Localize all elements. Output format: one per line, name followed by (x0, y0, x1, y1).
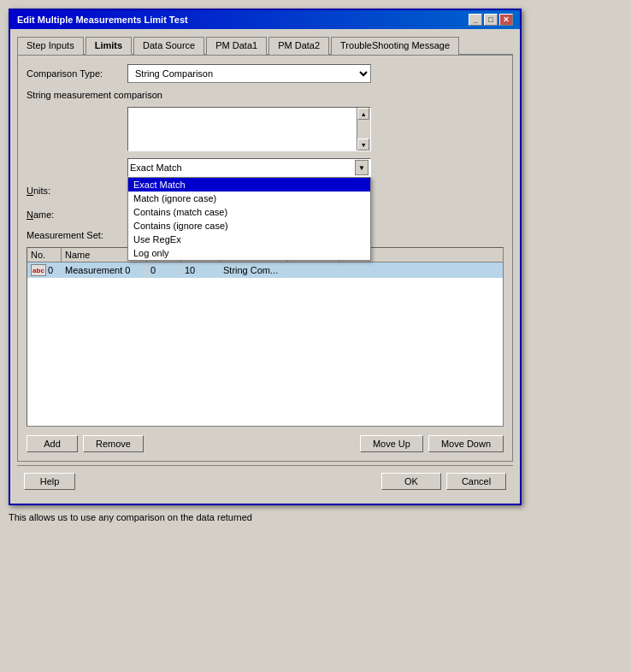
textarea-scrollbar: ▲ ▼ (357, 108, 370, 150)
cell-comparison: String Com... (220, 263, 288, 277)
textarea-wrapper: ▲ ▼ (127, 107, 371, 151)
string-measurement-row: String measurement comparison (27, 90, 504, 100)
action-buttons: Add Remove Move Up Move Down (27, 435, 504, 452)
option-contains-ignore-case[interactable]: Contains (ignore case) (128, 219, 370, 233)
measurement-set-label: Measurement Set: (27, 230, 103, 240)
tab-data-source[interactable]: Data Source (133, 37, 204, 55)
option-log-only[interactable]: Log only (128, 246, 370, 260)
ok-cancel-buttons: OK Cancel (381, 473, 506, 490)
tab-pm-data1[interactable]: PM Data1 (206, 37, 267, 55)
comparison-type-select[interactable]: String Comparison (127, 64, 371, 83)
maximize-button[interactable]: □ (484, 14, 498, 26)
main-window: Edit Multiple Measurements Limit Test _ … (9, 9, 522, 505)
remove-button[interactable]: Remove (83, 435, 144, 452)
cell-name: Measurement 0 (62, 263, 147, 277)
title-bar-buttons: _ □ ✕ (469, 14, 513, 26)
match-select-display[interactable]: Exact Match ▼ (127, 158, 371, 177)
window-title: Edit Multiple Measurements Limit Test (17, 15, 188, 25)
measurement-table: No. Name Low High Comparison Units abc 0… (27, 247, 504, 427)
match-selected-value: Exact Match (130, 162, 355, 173)
cell-units (288, 268, 339, 272)
dropdown-arrow-icon[interactable]: ▼ (355, 160, 369, 175)
match-dropdown-area: Exact Match ▼ Exact Match Match (ignore … (127, 158, 504, 177)
tab-step-inputs[interactable]: Step Inputs (17, 37, 84, 55)
left-buttons: Add Remove (27, 435, 144, 452)
minimize-button[interactable]: _ (469, 14, 482, 26)
move-up-button[interactable]: Move Up (360, 435, 423, 452)
option-contains-match-case[interactable]: Contains (match case) (128, 205, 370, 219)
comparison-type-row: Comparison Type: String Comparison (27, 64, 504, 83)
string-comparison-textarea[interactable] (128, 108, 357, 150)
col-header-no: No. (27, 248, 62, 262)
tab-troubleshooting[interactable]: TroubleShooting Message (331, 37, 459, 55)
help-button[interactable]: Help (24, 473, 75, 490)
textarea-container: ▲ ▼ (127, 107, 371, 151)
comparison-type-label: Comparison Type: (27, 68, 121, 79)
scroll-up-button[interactable]: ▲ (357, 108, 369, 120)
string-measurement-label: String measurement comparison (27, 90, 162, 100)
tab-content: Comparison Type: String Comparison Strin… (17, 56, 513, 462)
close-button[interactable]: ✕ (499, 14, 513, 26)
cell-low: 0 (147, 263, 181, 277)
ok-button[interactable]: OK (381, 473, 441, 490)
units-label: Units: (27, 186, 121, 196)
table-row[interactable]: abc 0 Measurement 0 0 10 String Com... (27, 262, 503, 278)
comparison-type-container: String Comparison (127, 64, 371, 83)
option-exact-match[interactable]: Exact Match (128, 178, 370, 192)
footer-text: This allows us to use any comparison on … (9, 512, 622, 522)
cancel-button[interactable]: Cancel (446, 473, 506, 490)
content-area: Step Inputs Limits Data Source PM Data1 … (10, 29, 520, 504)
cell-high: 10 (181, 263, 220, 277)
option-use-regex[interactable]: Use RegEx (128, 233, 370, 246)
name-label: Name: (27, 209, 121, 220)
cell-no: abc 0 (27, 262, 62, 278)
title-bar: Edit Multiple Measurements Limit Test _ … (10, 10, 520, 29)
option-match-ignore-case[interactable]: Match (ignore case) (128, 192, 370, 205)
match-dropdown-container: Exact Match ▼ Exact Match Match (ignore … (127, 158, 371, 177)
tab-bar: Step Inputs Limits Data Source PM Data1 … (17, 36, 513, 56)
add-button[interactable]: Add (27, 435, 78, 452)
scroll-down-button[interactable]: ▼ (357, 139, 369, 150)
tab-limits[interactable]: Limits (86, 37, 132, 55)
row-type-icon: abc (31, 264, 46, 276)
dialog-bottom: Help OK Cancel (17, 465, 513, 497)
right-buttons: Move Up Move Down (360, 435, 504, 452)
move-down-button[interactable]: Move Down (428, 435, 504, 452)
match-dropdown-list: Exact Match Match (ignore case) Contains… (127, 177, 371, 261)
tab-pm-data2[interactable]: PM Data2 (268, 37, 329, 55)
